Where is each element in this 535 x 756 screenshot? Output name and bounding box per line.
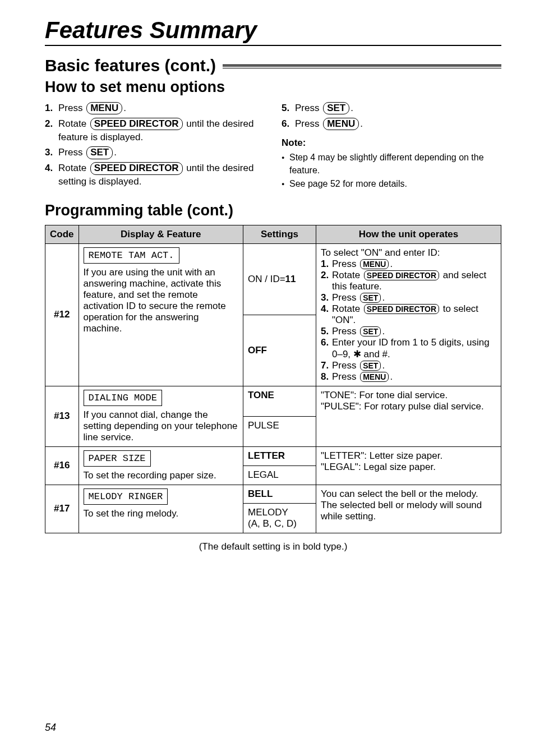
- set-key: SET: [360, 293, 381, 303]
- operates-cell: You can select the bell or the melody. T…: [316, 485, 501, 533]
- note-heading: Note:: [282, 136, 501, 150]
- speed-director-key: SPEED DIRECTOR: [90, 162, 183, 174]
- step-1: 1. Press MENU.: [45, 102, 265, 115]
- op-num: 1.: [321, 259, 332, 270]
- op-step: 1.Press MENU.: [321, 259, 496, 270]
- display-box: PAPER SIZE: [84, 450, 151, 467]
- settings-cell: MELODY (A, B, C, D): [243, 503, 316, 533]
- step-num: 2.: [45, 117, 58, 144]
- op-text: Press: [332, 360, 359, 371]
- feature-text: To set the ring melody.: [84, 508, 239, 519]
- op-post: .: [382, 360, 385, 371]
- settings-cell: ON / ID=11: [243, 243, 316, 315]
- op-step: 2.Rotate SPEED DIRECTOR and select this …: [321, 270, 496, 292]
- speed-director-key: SPEED DIRECTOR: [90, 118, 183, 130]
- display-box: MELODY RINGER: [84, 488, 168, 505]
- step-6: 6. Press MENU.: [282, 117, 501, 131]
- subsection-heading: How to set menu options: [45, 79, 501, 96]
- step-text: Rotate SPEED DIRECTOR until the desired …: [58, 117, 265, 144]
- step-num: 6.: [282, 117, 295, 131]
- page-number: 54: [45, 722, 56, 734]
- set-key: SET: [360, 361, 381, 371]
- op-num: 2.: [321, 270, 332, 292]
- step-pre: Press: [58, 103, 85, 113]
- code-cell: #17: [45, 485, 79, 533]
- step-post: .: [360, 118, 363, 129]
- step-pre: Rotate: [58, 118, 89, 129]
- op-text: Enter your ID from 1 to 5 digits, using …: [332, 337, 490, 359]
- step-text: Rotate SPEED DIRECTOR until the desired …: [58, 162, 265, 188]
- step-post: .: [123, 103, 126, 113]
- th-operates: How the unit operates: [316, 225, 501, 243]
- feature-text: If you are using the unit with an answer…: [84, 267, 239, 334]
- op-step: 5.Press SET.: [321, 326, 496, 337]
- section-heading-line: [223, 64, 501, 67]
- th-settings: Settings: [243, 225, 316, 243]
- section-heading-row: Basic features (cont.): [45, 56, 501, 75]
- speed-director-key: SPEED DIRECTOR: [364, 304, 439, 315]
- op-step: 3.Press SET.: [321, 292, 496, 303]
- setting-pre: ON / ID=: [248, 274, 285, 284]
- section-heading: Basic features (cont.): [45, 56, 223, 75]
- step-text: Press MENU.: [58, 102, 126, 115]
- op-intro: To select "ON" and enter ID:: [321, 247, 496, 259]
- title-underline: [45, 45, 501, 46]
- op-step: 7.Press SET.: [321, 360, 496, 371]
- step-post: .: [114, 147, 117, 158]
- display-box: DIALING MODE: [84, 390, 162, 406]
- step-2: 2. Rotate SPEED DIRECTOR until the desir…: [45, 117, 265, 144]
- step-pre: Rotate: [58, 163, 89, 173]
- note-item: Step 4 may be slightly different dependi…: [282, 151, 501, 177]
- step-pre: Press: [58, 147, 85, 158]
- feature-cell: MELODY RINGER To set the ring melody.: [79, 485, 243, 533]
- menu-key: MENU: [360, 372, 389, 382]
- settings-cell: OFF: [243, 315, 316, 386]
- settings-cell: LEGAL: [243, 465, 316, 485]
- op-text: Rotate: [332, 270, 363, 280]
- set-key: SET: [360, 326, 381, 337]
- steps-left-col: 1. Press MENU. 2. Rotate SPEED DIRECTOR …: [45, 102, 265, 192]
- steps-columns: 1. Press MENU. 2. Rotate SPEED DIRECTOR …: [45, 102, 501, 192]
- display-box: REMOTE TAM ACT.: [84, 247, 179, 264]
- th-code: Code: [45, 225, 79, 243]
- code-cell: #13: [45, 386, 79, 446]
- feature-text: To set the recording paper size.: [84, 470, 239, 481]
- step-num: 4.: [45, 162, 58, 188]
- step-5: 5. Press SET.: [282, 102, 501, 115]
- op-num: 3.: [321, 292, 332, 303]
- op-text: Press: [332, 292, 359, 303]
- step-num: 1.: [45, 102, 58, 115]
- settings-cell: LETTER: [243, 446, 316, 465]
- op-post: .: [382, 292, 385, 303]
- op-num: 4.: [321, 303, 332, 326]
- menu-key: MENU: [360, 259, 389, 270]
- page-title: Features Summary: [45, 17, 501, 44]
- step-text: Press MENU.: [295, 117, 363, 131]
- table-row: #13 DIALING MODE If you cannot dial, cha…: [45, 386, 501, 416]
- menu-key: MENU: [323, 118, 359, 130]
- step-pre: Press: [295, 118, 322, 129]
- feature-cell: DIALING MODE If you cannot dial, change …: [79, 386, 243, 446]
- note-list: Step 4 may be slightly different dependi…: [282, 151, 501, 190]
- step-post: .: [350, 103, 353, 113]
- settings-cell: TONE: [243, 386, 316, 416]
- code-cell: #12: [45, 243, 79, 386]
- feature-text: If you cannot dial, change the setting d…: [84, 409, 239, 443]
- op-text: Rotate: [332, 303, 363, 314]
- feature-cell: PAPER SIZE To set the recording paper si…: [79, 446, 243, 485]
- op-post: .: [382, 326, 385, 336]
- feature-cell: REMOTE TAM ACT. If you are using the uni…: [79, 243, 243, 386]
- set-key: SET: [86, 146, 113, 159]
- op-text: Press: [332, 371, 359, 382]
- op-num: 7.: [321, 360, 332, 371]
- operates-cell: "LETTER": Letter size paper. "LEGAL": Le…: [316, 446, 501, 485]
- op-post: .: [390, 371, 393, 382]
- op-num: 8.: [321, 371, 332, 382]
- settings-cell: BELL: [243, 485, 316, 503]
- programming-table-heading: Programming table (cont.): [45, 202, 501, 219]
- operates-cell: To select "ON" and enter ID: 1.Press MEN…: [316, 243, 501, 386]
- step-pre: Press: [295, 103, 322, 113]
- table-row: #17 MELODY RINGER To set the ring melody…: [45, 485, 501, 503]
- step-num: 5.: [282, 102, 295, 115]
- step-4: 4. Rotate SPEED DIRECTOR until the desir…: [45, 162, 265, 188]
